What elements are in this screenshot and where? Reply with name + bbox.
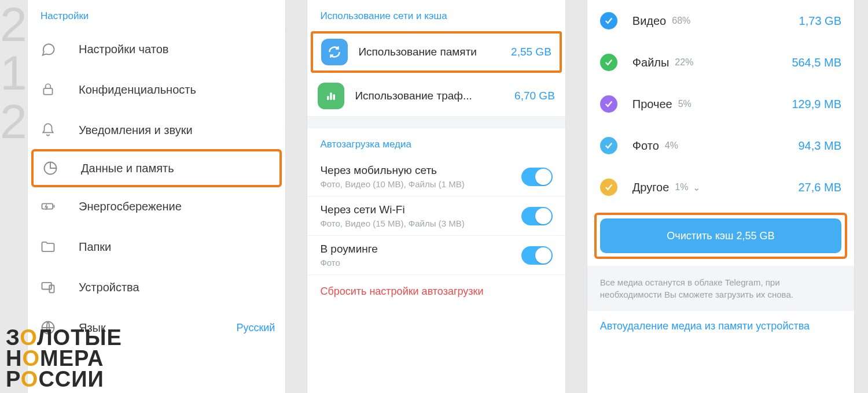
row-label: Устройства — [79, 281, 139, 294]
lock-icon — [38, 80, 58, 99]
check-icon — [600, 179, 617, 196]
bell-icon — [38, 120, 58, 140]
panels-container: Настройки Настройки чатов Конфиденциальн… — [0, 0, 868, 393]
row-label: Настройки чатов — [79, 43, 168, 56]
traffic-value: 6,70 GB — [514, 90, 555, 102]
row-memory-usage[interactable]: Использование памяти 2,55 GB — [313, 34, 559, 71]
auto-roam-title: В роуминге — [320, 243, 521, 255]
auto-cell-title: Через мобильную сеть — [320, 164, 521, 177]
row-label: Папки — [79, 240, 111, 254]
row-auto-roaming[interactable]: В роуминге Фото — [307, 236, 565, 275]
check-icon — [600, 54, 617, 71]
files-pct: 22% — [675, 57, 693, 68]
row-power-saving[interactable]: Энергосбережение — [28, 186, 285, 227]
row-photo[interactable]: Фото 4% 94,3 MB — [587, 125, 854, 166]
highlight-memory-usage: Использование памяти 2,55 GB — [311, 31, 561, 73]
watermark-logo: ЗОЛОТЫЕ НОМЕРА РОССИИ — [6, 327, 122, 390]
language-value: Русский — [237, 322, 275, 334]
row-folders[interactable]: Папки — [28, 227, 285, 267]
devices-icon — [38, 277, 58, 297]
photo-size: 94,3 MB — [799, 139, 841, 153]
svg-rect-2 — [42, 203, 53, 209]
row-chat-settings[interactable]: Настройки чатов — [28, 29, 285, 69]
svg-rect-0 — [43, 88, 52, 95]
row-data-and-storage[interactable]: Данные и память — [31, 149, 282, 187]
video-label: Видео — [632, 14, 666, 28]
settings-header: Настройки — [28, 0, 285, 29]
highlight-clear-cache: Очистить кэш 2,55 GB — [594, 213, 847, 259]
svg-rect-7 — [330, 92, 333, 100]
auto-cell-sub: Фото, Видео (10 MB), Файлы (1 MB) — [320, 179, 521, 189]
storage-header: Использование сети и кэша — [307, 0, 565, 29]
reset-auto-download[interactable]: Сбросить настройки автозагрузки — [307, 275, 565, 308]
toggle-wifi[interactable] — [521, 207, 553, 225]
misc-label: Прочее — [632, 98, 672, 111]
misc-pct: 5% — [678, 99, 692, 109]
panel-cache-breakdown: Видео 68% 1,73 GB Файлы 22% 564,5 MB Про… — [587, 0, 854, 393]
row-privacy[interactable]: Конфиденциальность — [28, 69, 285, 110]
cache-note: Все медиа останутся в облаке Telegram, п… — [587, 266, 854, 311]
auto-roam-sub: Фото — [320, 258, 521, 268]
video-pct: 68% — [672, 16, 690, 26]
chevron-down-icon: ⌄ — [693, 182, 700, 193]
memory-value: 2,55 GB — [511, 46, 551, 58]
files-label: Файлы — [632, 56, 670, 69]
row-misc[interactable]: Прочее 5% 129,9 MB — [587, 83, 854, 125]
photo-pct: 4% — [665, 140, 678, 151]
row-other[interactable]: Другое 1% ⌄ 27,6 MB — [587, 166, 854, 208]
misc-size: 129,9 MB — [792, 98, 841, 111]
row-auto-cellular[interactable]: Через мобильную сеть Фото, Видео (10 MB)… — [307, 157, 565, 196]
traffic-label: Использование траф... — [355, 90, 472, 102]
auto-delete-link[interactable]: Автоудаление медиа из памяти устройства — [587, 311, 854, 335]
clear-cache-button[interactable]: Очистить кэш 2,55 GB — [600, 218, 841, 253]
row-traffic-usage[interactable]: Использование траф... 6,70 GB — [307, 75, 565, 117]
row-label: Уведомления и звуки — [79, 124, 193, 137]
row-notifications[interactable]: Уведомления и звуки — [28, 110, 285, 150]
row-label: Конфиденциальность — [79, 83, 196, 97]
chart-icon — [318, 83, 344, 109]
auto-wifi-sub: Фото, Видео (15 MB), Файлы (3 MB) — [320, 218, 521, 228]
toggle-cellular[interactable] — [521, 168, 553, 186]
section-gap — [307, 117, 565, 128]
svg-rect-6 — [327, 96, 329, 100]
row-label: Данные и память — [81, 162, 174, 175]
check-icon — [600, 12, 617, 29]
row-label: Энергосбережение — [79, 200, 182, 213]
svg-rect-8 — [333, 94, 336, 100]
chat-icon — [38, 39, 58, 59]
folder-icon — [38, 237, 58, 257]
battery-icon — [38, 196, 58, 216]
auto-wifi-title: Через сети Wi-Fi — [320, 203, 521, 216]
photo-label: Фото — [632, 139, 659, 153]
video-size: 1,73 GB — [799, 14, 841, 28]
panel-storage: Использование сети и кэша Использование … — [307, 0, 565, 393]
auto-download-header: Автозагрузка медиа — [307, 128, 565, 157]
row-files[interactable]: Файлы 22% 564,5 MB — [587, 42, 854, 83]
check-icon — [600, 95, 617, 113]
other-size: 27,6 MB — [799, 181, 841, 194]
row-auto-wifi[interactable]: Через сети Wi-Fi Фото, Видео (15 MB), Фа… — [307, 196, 565, 236]
toggle-roaming[interactable] — [521, 246, 553, 265]
refresh-icon — [321, 39, 348, 65]
row-devices[interactable]: Устройства — [28, 267, 285, 307]
check-icon — [600, 137, 617, 154]
other-label: Другое — [632, 181, 670, 194]
pie-icon — [41, 158, 60, 178]
memory-label: Использование памяти — [358, 46, 477, 58]
row-video[interactable]: Видео 68% 1,73 GB — [587, 0, 854, 42]
files-size: 564,5 MB — [792, 56, 841, 69]
other-pct: 1% — [675, 182, 688, 192]
